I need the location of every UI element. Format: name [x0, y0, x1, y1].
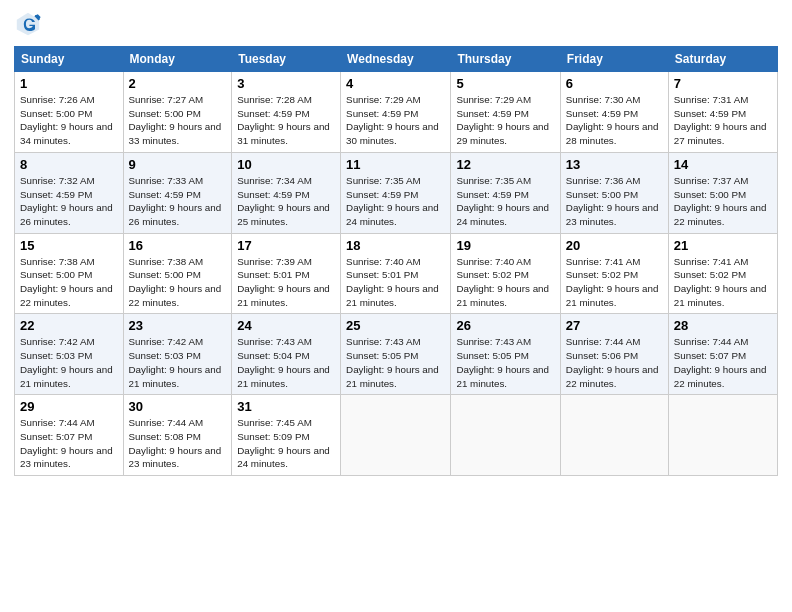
calendar-week-row: 1 Sunrise: 7:26 AM Sunset: 5:00 PM Dayli…: [15, 72, 778, 153]
day-info: Sunrise: 7:41 AM Sunset: 5:02 PM Dayligh…: [566, 255, 663, 310]
calendar-cell: 13 Sunrise: 7:36 AM Sunset: 5:00 PM Dayl…: [560, 152, 668, 233]
day-info: Sunrise: 7:34 AM Sunset: 4:59 PM Dayligh…: [237, 174, 335, 229]
calendar-cell: 14 Sunrise: 7:37 AM Sunset: 5:00 PM Dayl…: [668, 152, 777, 233]
day-number: 23: [129, 318, 227, 333]
calendar-cell: 4 Sunrise: 7:29 AM Sunset: 4:59 PM Dayli…: [341, 72, 451, 153]
day-info: Sunrise: 7:31 AM Sunset: 4:59 PM Dayligh…: [674, 93, 772, 148]
day-info: Sunrise: 7:38 AM Sunset: 5:00 PM Dayligh…: [129, 255, 227, 310]
day-number: 3: [237, 76, 335, 91]
day-info: Sunrise: 7:44 AM Sunset: 5:07 PM Dayligh…: [674, 335, 772, 390]
day-number: 7: [674, 76, 772, 91]
day-info: Sunrise: 7:35 AM Sunset: 4:59 PM Dayligh…: [346, 174, 445, 229]
logo-icon: [14, 10, 42, 38]
calendar-cell: 29 Sunrise: 7:44 AM Sunset: 5:07 PM Dayl…: [15, 395, 124, 476]
day-number: 8: [20, 157, 118, 172]
calendar-week-row: 22 Sunrise: 7:42 AM Sunset: 5:03 PM Dayl…: [15, 314, 778, 395]
calendar-cell: [560, 395, 668, 476]
calendar-cell: 18 Sunrise: 7:40 AM Sunset: 5:01 PM Dayl…: [341, 233, 451, 314]
weekday-header-tuesday: Tuesday: [232, 47, 341, 72]
calendar-cell: [668, 395, 777, 476]
day-number: 10: [237, 157, 335, 172]
day-info: Sunrise: 7:40 AM Sunset: 5:02 PM Dayligh…: [456, 255, 554, 310]
day-number: 17: [237, 238, 335, 253]
day-info: Sunrise: 7:29 AM Sunset: 4:59 PM Dayligh…: [456, 93, 554, 148]
day-info: Sunrise: 7:43 AM Sunset: 5:05 PM Dayligh…: [346, 335, 445, 390]
calendar-cell: 19 Sunrise: 7:40 AM Sunset: 5:02 PM Dayl…: [451, 233, 560, 314]
day-info: Sunrise: 7:39 AM Sunset: 5:01 PM Dayligh…: [237, 255, 335, 310]
calendar-cell: 1 Sunrise: 7:26 AM Sunset: 5:00 PM Dayli…: [15, 72, 124, 153]
day-number: 30: [129, 399, 227, 414]
day-number: 11: [346, 157, 445, 172]
day-number: 22: [20, 318, 118, 333]
weekday-header-monday: Monday: [123, 47, 232, 72]
weekday-header-wednesday: Wednesday: [341, 47, 451, 72]
day-number: 2: [129, 76, 227, 91]
day-info: Sunrise: 7:37 AM Sunset: 5:00 PM Dayligh…: [674, 174, 772, 229]
calendar-cell: 20 Sunrise: 7:41 AM Sunset: 5:02 PM Dayl…: [560, 233, 668, 314]
weekday-header-sunday: Sunday: [15, 47, 124, 72]
day-info: Sunrise: 7:41 AM Sunset: 5:02 PM Dayligh…: [674, 255, 772, 310]
header: [14, 10, 778, 38]
day-number: 5: [456, 76, 554, 91]
calendar-cell: 2 Sunrise: 7:27 AM Sunset: 5:00 PM Dayli…: [123, 72, 232, 153]
day-info: Sunrise: 7:43 AM Sunset: 5:04 PM Dayligh…: [237, 335, 335, 390]
calendar-cell: 25 Sunrise: 7:43 AM Sunset: 5:05 PM Dayl…: [341, 314, 451, 395]
day-number: 19: [456, 238, 554, 253]
day-number: 12: [456, 157, 554, 172]
day-info: Sunrise: 7:40 AM Sunset: 5:01 PM Dayligh…: [346, 255, 445, 310]
calendar-cell: 16 Sunrise: 7:38 AM Sunset: 5:00 PM Dayl…: [123, 233, 232, 314]
day-info: Sunrise: 7:30 AM Sunset: 4:59 PM Dayligh…: [566, 93, 663, 148]
weekday-header-friday: Friday: [560, 47, 668, 72]
day-info: Sunrise: 7:32 AM Sunset: 4:59 PM Dayligh…: [20, 174, 118, 229]
day-number: 9: [129, 157, 227, 172]
day-info: Sunrise: 7:42 AM Sunset: 5:03 PM Dayligh…: [129, 335, 227, 390]
day-number: 18: [346, 238, 445, 253]
calendar-cell: 22 Sunrise: 7:42 AM Sunset: 5:03 PM Dayl…: [15, 314, 124, 395]
day-number: 28: [674, 318, 772, 333]
day-info: Sunrise: 7:38 AM Sunset: 5:00 PM Dayligh…: [20, 255, 118, 310]
day-number: 25: [346, 318, 445, 333]
calendar-cell: 11 Sunrise: 7:35 AM Sunset: 4:59 PM Dayl…: [341, 152, 451, 233]
day-number: 6: [566, 76, 663, 91]
day-info: Sunrise: 7:45 AM Sunset: 5:09 PM Dayligh…: [237, 416, 335, 471]
day-number: 31: [237, 399, 335, 414]
calendar-cell: 9 Sunrise: 7:33 AM Sunset: 4:59 PM Dayli…: [123, 152, 232, 233]
day-info: Sunrise: 7:35 AM Sunset: 4:59 PM Dayligh…: [456, 174, 554, 229]
calendar-cell: 31 Sunrise: 7:45 AM Sunset: 5:09 PM Dayl…: [232, 395, 341, 476]
calendar-cell: 5 Sunrise: 7:29 AM Sunset: 4:59 PM Dayli…: [451, 72, 560, 153]
day-info: Sunrise: 7:36 AM Sunset: 5:00 PM Dayligh…: [566, 174, 663, 229]
weekday-header-row: SundayMondayTuesdayWednesdayThursdayFrid…: [15, 47, 778, 72]
calendar-week-row: 8 Sunrise: 7:32 AM Sunset: 4:59 PM Dayli…: [15, 152, 778, 233]
calendar-cell: 27 Sunrise: 7:44 AM Sunset: 5:06 PM Dayl…: [560, 314, 668, 395]
logo: [14, 10, 44, 38]
calendar-cell: 17 Sunrise: 7:39 AM Sunset: 5:01 PM Dayl…: [232, 233, 341, 314]
day-info: Sunrise: 7:28 AM Sunset: 4:59 PM Dayligh…: [237, 93, 335, 148]
day-number: 1: [20, 76, 118, 91]
calendar-cell: 21 Sunrise: 7:41 AM Sunset: 5:02 PM Dayl…: [668, 233, 777, 314]
day-number: 21: [674, 238, 772, 253]
weekday-header-saturday: Saturday: [668, 47, 777, 72]
day-info: Sunrise: 7:43 AM Sunset: 5:05 PM Dayligh…: [456, 335, 554, 390]
day-info: Sunrise: 7:44 AM Sunset: 5:06 PM Dayligh…: [566, 335, 663, 390]
calendar-cell: 28 Sunrise: 7:44 AM Sunset: 5:07 PM Dayl…: [668, 314, 777, 395]
day-info: Sunrise: 7:27 AM Sunset: 5:00 PM Dayligh…: [129, 93, 227, 148]
calendar-cell: 23 Sunrise: 7:42 AM Sunset: 5:03 PM Dayl…: [123, 314, 232, 395]
page-container: SundayMondayTuesdayWednesdayThursdayFrid…: [0, 0, 792, 486]
calendar-cell: 26 Sunrise: 7:43 AM Sunset: 5:05 PM Dayl…: [451, 314, 560, 395]
day-number: 20: [566, 238, 663, 253]
day-number: 29: [20, 399, 118, 414]
weekday-header-thursday: Thursday: [451, 47, 560, 72]
calendar-cell: 7 Sunrise: 7:31 AM Sunset: 4:59 PM Dayli…: [668, 72, 777, 153]
calendar-week-row: 15 Sunrise: 7:38 AM Sunset: 5:00 PM Dayl…: [15, 233, 778, 314]
day-info: Sunrise: 7:44 AM Sunset: 5:07 PM Dayligh…: [20, 416, 118, 471]
calendar-cell: 24 Sunrise: 7:43 AM Sunset: 5:04 PM Dayl…: [232, 314, 341, 395]
calendar-cell: 30 Sunrise: 7:44 AM Sunset: 5:08 PM Dayl…: [123, 395, 232, 476]
calendar-cell: 3 Sunrise: 7:28 AM Sunset: 4:59 PM Dayli…: [232, 72, 341, 153]
calendar-cell: [451, 395, 560, 476]
day-info: Sunrise: 7:29 AM Sunset: 4:59 PM Dayligh…: [346, 93, 445, 148]
calendar-week-row: 29 Sunrise: 7:44 AM Sunset: 5:07 PM Dayl…: [15, 395, 778, 476]
day-number: 27: [566, 318, 663, 333]
calendar-table: SundayMondayTuesdayWednesdayThursdayFrid…: [14, 46, 778, 476]
calendar-cell: [341, 395, 451, 476]
day-number: 13: [566, 157, 663, 172]
